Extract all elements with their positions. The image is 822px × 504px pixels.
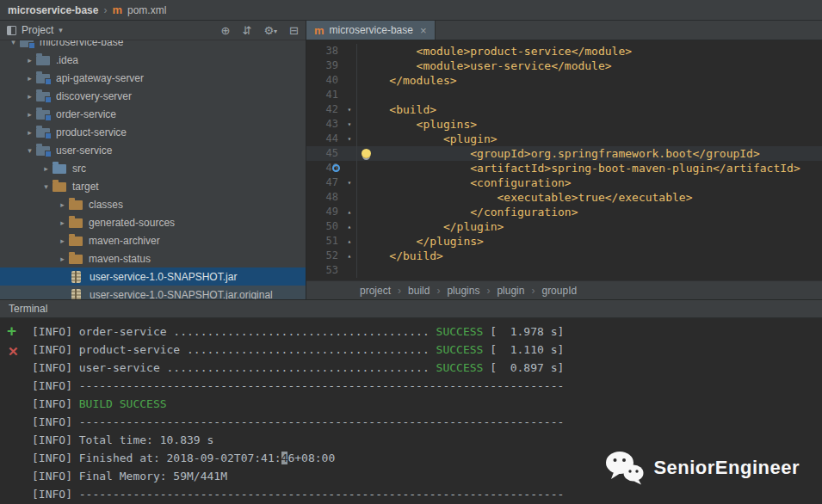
- intention-bulb-icon[interactable]: [362, 149, 371, 158]
- fold-marker-icon[interactable]: ▾: [343, 175, 357, 190]
- expand-arrow-icon[interactable]: ▸: [23, 110, 36, 119]
- code-line[interactable]: 49▴ </configuration>: [306, 205, 822, 219]
- fold-marker-icon[interactable]: ▴: [343, 205, 357, 219]
- line-number: 51: [306, 234, 343, 249]
- code-line[interactable]: 46 <artifactId>spring-boot-maven-plugin<…: [306, 161, 822, 175]
- success-text: BUILD SUCCESS: [79, 397, 167, 410]
- breadcrumb-separator-icon: ›: [531, 285, 535, 297]
- editor-breadcrumb-item[interactable]: groupId: [541, 285, 577, 297]
- expand-arrow-icon[interactable]: ▾: [7, 40, 20, 46]
- code-line[interactable]: 42▾ <build>: [306, 102, 822, 117]
- code-line[interactable]: 53: [306, 263, 822, 278]
- code-text: <plugin>: [357, 132, 498, 146]
- terminal-header[interactable]: Terminal: [0, 299, 822, 318]
- project-view-title[interactable]: Project: [22, 24, 53, 36]
- fold-marker-icon[interactable]: ▴: [343, 249, 357, 263]
- tab-label: microservice-base: [330, 24, 413, 36]
- expand-arrow-icon[interactable]: ▸: [23, 128, 36, 137]
- tree-item[interactable]: ▸api-gateway-server: [0, 69, 306, 87]
- terminal-text: [INFO] Total time: 10.839 s: [32, 433, 213, 446]
- tree-item[interactable]: user-service-1.0-SNAPSHOT.jar: [0, 267, 306, 286]
- editor-breadcrumb-item[interactable]: build: [408, 285, 430, 297]
- project-tool-window: Project ▾ ⊕ ⇵ ⚙▾ ⊟ ▾microservice-base▸.i…: [0, 21, 306, 299]
- maven-plugin-gutter-icon[interactable]: [332, 164, 340, 172]
- fold-marker-icon[interactable]: ▾: [343, 132, 357, 146]
- expand-arrow-icon[interactable]: ▸: [56, 200, 69, 209]
- tree-item[interactable]: ▾microservice-base: [0, 40, 306, 51]
- expand-arrow-icon[interactable]: ▸: [23, 92, 36, 101]
- settings-gear-icon[interactable]: ⚙▾: [263, 24, 277, 37]
- terminal-line: [INFO] ---------------------------------…: [32, 377, 822, 395]
- folder-excluded-icon: [69, 200, 83, 210]
- tree-item[interactable]: ▸discovery-server: [0, 87, 306, 105]
- tree-item[interactable]: ▸src: [0, 159, 306, 177]
- code-text: <artifactId>spring-boot-maven-plugin</ar…: [357, 161, 800, 175]
- main-split: Project ▾ ⊕ ⇵ ⚙▾ ⊟ ▾microservice-base▸.i…: [0, 21, 822, 299]
- expand-arrow-icon[interactable]: ▸: [23, 74, 36, 83]
- line-number: 38: [306, 44, 343, 58]
- tree-item[interactable]: ▾target: [0, 177, 306, 195]
- code-line[interactable]: 47▾ <configuration>: [306, 175, 822, 190]
- project-view-icon[interactable]: [7, 26, 16, 35]
- add-session-icon[interactable]: +: [7, 323, 16, 339]
- code-line[interactable]: 38 <module>product-service</module>: [306, 44, 822, 58]
- code-line[interactable]: 44▾ <plugin>: [306, 132, 822, 146]
- expand-arrow-icon[interactable]: ▾: [40, 182, 53, 191]
- tree-item[interactable]: ▸order-service: [0, 105, 306, 123]
- line-number: 45: [306, 146, 343, 161]
- code-line[interactable]: 50▴ </plugin>: [306, 219, 822, 234]
- fold-marker-icon[interactable]: ▾: [343, 102, 357, 117]
- breadcrumb-module[interactable]: microservice-base: [8, 4, 98, 16]
- expand-arrow-icon[interactable]: ▸: [23, 56, 36, 65]
- breadcrumb-separator-icon: ›: [398, 285, 401, 297]
- module-icon: [36, 92, 50, 101]
- editor-breadcrumb-item[interactable]: plugins: [447, 285, 479, 297]
- terminal-text: [INFO]: [32, 397, 79, 410]
- code-line[interactable]: 39 <module>user-service</module>: [306, 58, 822, 73]
- tree-item[interactable]: ▸generated-sources: [0, 213, 306, 231]
- expand-arrow-icon[interactable]: ▸: [56, 218, 69, 227]
- fold-marker-icon[interactable]: ▴: [343, 234, 357, 249]
- success-text: SUCCESS: [436, 325, 484, 338]
- tree-item[interactable]: ▸.idea: [0, 51, 306, 69]
- editor-breadcrumb-item[interactable]: plugin: [497, 285, 524, 297]
- tree-item[interactable]: user-service-1.0-SNAPSHOT.jar.original: [0, 286, 306, 299]
- code-text: </plugin>: [357, 219, 504, 234]
- fold-marker-icon[interactable]: ▾: [343, 117, 357, 132]
- editor-tab-pom[interactable]: m microservice-base ×: [306, 21, 436, 40]
- editor-breadcrumb-item[interactable]: project: [360, 285, 391, 297]
- collapse-all-icon[interactable]: ⇵: [243, 24, 252, 37]
- code-line[interactable]: 40 </modules>: [306, 73, 822, 88]
- code-editor[interactable]: 38 <module>product-service</module>39 <m…: [306, 40, 822, 280]
- tree-item[interactable]: ▸product-service: [0, 123, 306, 141]
- code-line[interactable]: 48 <executable>true</executable>: [306, 190, 822, 205]
- code-line[interactable]: 52▴ </build>: [306, 249, 822, 263]
- line-number: 39: [306, 58, 343, 73]
- expand-arrow-icon[interactable]: ▸: [56, 255, 69, 263]
- line-number: 43: [306, 117, 343, 132]
- fold-gutter: [343, 58, 357, 73]
- breadcrumb-file[interactable]: pom.xml: [127, 4, 166, 16]
- chevron-down-icon[interactable]: ▾: [59, 26, 63, 34]
- code-line[interactable]: 51▴ </plugins>: [306, 234, 822, 249]
- watermark-text: SeniorEngineer: [653, 457, 800, 479]
- terminal-text: [ 1.110 s]: [483, 343, 564, 356]
- project-panel-toolbar: ⊕ ⇵ ⚙▾ ⊟: [221, 24, 299, 37]
- tree-item[interactable]: ▸maven-status: [0, 249, 306, 267]
- tree-item[interactable]: ▸classes: [0, 195, 306, 213]
- fold-marker-icon[interactable]: ▴: [343, 219, 357, 234]
- code-line[interactable]: 43▾ <plugins>: [306, 117, 822, 132]
- expand-arrow-icon[interactable]: ▸: [40, 164, 53, 173]
- hide-panel-icon[interactable]: ⊟: [289, 24, 299, 37]
- expand-arrow-icon[interactable]: ▾: [23, 146, 36, 155]
- close-tab-icon[interactable]: ×: [420, 24, 427, 37]
- module-icon: [36, 128, 50, 138]
- tree-item[interactable]: ▾user-service: [0, 141, 306, 159]
- expand-arrow-icon[interactable]: ▸: [56, 237, 69, 245]
- code-line[interactable]: 41: [306, 88, 822, 102]
- close-session-icon[interactable]: ✕: [8, 345, 19, 358]
- tree-item[interactable]: ▸maven-archiver: [0, 231, 306, 249]
- code-text: <build>: [357, 102, 436, 117]
- locate-file-icon[interactable]: ⊕: [221, 24, 231, 37]
- code-line[interactable]: 45 <groupId>org.springframework.boot</gr…: [306, 146, 822, 161]
